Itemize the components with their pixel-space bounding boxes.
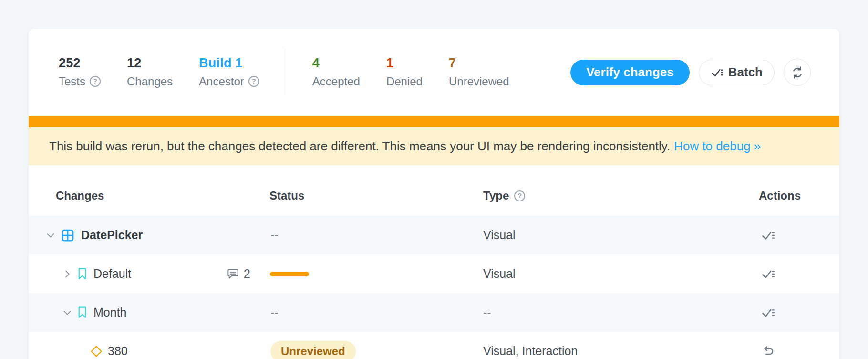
- rerun-warning-banner: This build was rerun, but the changes de…: [29, 127, 839, 165]
- ancestor-build-link[interactable]: Build 1: [199, 57, 259, 70]
- warning-message: This build was rerun, but the changes de…: [49, 139, 670, 154]
- story-bookmark-icon: [77, 267, 87, 280]
- build-card: 252 Tests? 12 Changes Build 1 Ancestor? …: [29, 29, 839, 359]
- ancestor-label: Ancestor: [199, 75, 244, 88]
- warning-accent-bar: [29, 116, 839, 127]
- build-header: 252 Tests? 12 Changes Build 1 Ancestor? …: [29, 29, 839, 116]
- batch-accept-icon[interactable]: [761, 228, 775, 243]
- stat-ancestor: Build 1 Ancestor?: [199, 57, 259, 88]
- help-icon[interactable]: ?: [90, 76, 101, 87]
- table-header-row: Changes Status Type? Actions: [29, 165, 839, 216]
- stat-unreviewed: 7 Unreviewed: [449, 57, 509, 88]
- column-header-changes: Changes: [56, 189, 104, 202]
- comment-count-value: 2: [244, 267, 250, 281]
- type-value: Visual: [483, 228, 516, 242]
- row-default[interactable]: Default 2 Visual: [29, 254, 839, 293]
- row-change-380[interactable]: 380 Unreviewed Visual, Interaction: [29, 332, 839, 359]
- denied-label: Denied: [386, 75, 423, 88]
- tests-label: Tests: [59, 75, 85, 88]
- status-value: --: [270, 306, 279, 319]
- column-header-actions: Actions: [759, 189, 801, 202]
- help-icon[interactable]: ?: [514, 190, 525, 201]
- comment-icon: [227, 267, 239, 280]
- row-month[interactable]: Month -- --: [29, 293, 839, 332]
- row-datepicker[interactable]: DatePicker -- Visual: [29, 216, 839, 254]
- row-label[interactable]: 380: [108, 344, 128, 358]
- row-label[interactable]: DatePicker: [81, 228, 143, 242]
- accepted-label: Accepted: [312, 75, 360, 88]
- row-label[interactable]: Month: [93, 306, 126, 319]
- column-header-type: Type: [483, 189, 509, 202]
- chevron-down-icon[interactable]: [45, 230, 56, 241]
- batch-accept-icon[interactable]: [761, 267, 775, 281]
- type-value: Visual, Interaction: [483, 344, 578, 358]
- changes-count: 12: [127, 57, 173, 70]
- page: 252 Tests? 12 Changes Build 1 Ancestor? …: [0, 0, 868, 359]
- accepted-count: 4: [312, 57, 360, 70]
- component-grid-icon: [61, 228, 75, 243]
- tests-count: 252: [59, 57, 101, 70]
- status-value: --: [270, 228, 279, 242]
- batch-button[interactable]: Batch: [699, 60, 775, 85]
- batch-accept-icon[interactable]: [761, 306, 775, 320]
- rerun-build-button[interactable]: [784, 59, 811, 86]
- story-bookmark-icon: [77, 306, 87, 319]
- status-badge: Unreviewed: [270, 341, 356, 359]
- unreviewed-count: 7: [449, 57, 509, 70]
- how-to-debug-link[interactable]: How to debug »: [674, 139, 761, 154]
- divider: [286, 49, 286, 95]
- verify-changes-button[interactable]: Verify changes: [570, 60, 690, 85]
- header-actions: Verify changes Batch: [570, 59, 811, 86]
- progress-bar: [270, 272, 309, 276]
- undo-icon[interactable]: [761, 344, 775, 359]
- stat-tests: 252 Tests?: [59, 57, 101, 88]
- batch-label: Batch: [728, 65, 763, 80]
- sync-icon: [790, 65, 805, 80]
- column-header-status: Status: [269, 189, 304, 202]
- comment-count[interactable]: 2: [227, 267, 250, 281]
- chevron-down-icon[interactable]: [62, 307, 72, 318]
- unreviewed-label: Unreviewed: [449, 75, 509, 88]
- row-label[interactable]: Default: [93, 267, 131, 281]
- denied-count: 1: [386, 57, 423, 70]
- stat-denied: 1 Denied: [386, 57, 423, 88]
- type-value: --: [483, 306, 491, 319]
- batch-check-icon: [711, 66, 724, 79]
- changes-label: Changes: [127, 75, 173, 88]
- stat-changes: 12 Changes: [127, 57, 173, 88]
- change-diamond-icon: [89, 344, 103, 359]
- stat-accepted: 4 Accepted: [312, 57, 360, 88]
- help-icon[interactable]: ?: [248, 76, 259, 87]
- chevron-right-icon[interactable]: [62, 269, 72, 279]
- type-value: Visual: [483, 267, 516, 281]
